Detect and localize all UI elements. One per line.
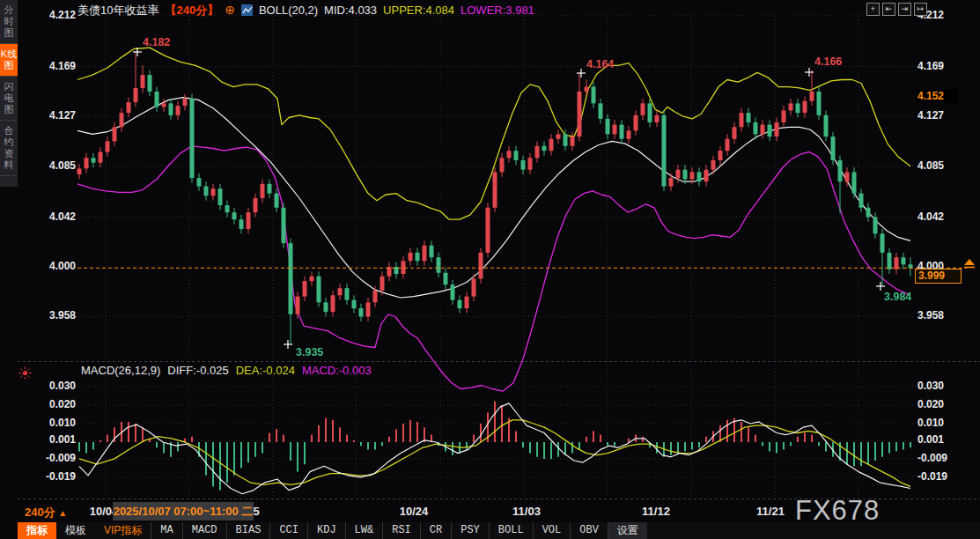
price-axis-label-left: 4.127 bbox=[44, 109, 76, 122]
toolbar-item-14[interactable]: OBV bbox=[570, 522, 608, 539]
candle-body bbox=[134, 88, 138, 102]
candle-body bbox=[683, 170, 688, 180]
candle-body bbox=[127, 102, 131, 113]
macd-axis-label-right: 0.010 bbox=[917, 417, 944, 429]
toolbar-item-2[interactable]: VIP指标 bbox=[95, 522, 151, 539]
candle-body bbox=[169, 103, 173, 114]
candle-body bbox=[254, 198, 258, 212]
candle-body bbox=[359, 308, 364, 316]
candle-body bbox=[810, 92, 814, 101]
toolbar-item-6[interactable]: CCI bbox=[269, 522, 307, 539]
candle-body bbox=[726, 139, 730, 151]
macd-axis-label-right: -0.009 bbox=[917, 452, 947, 464]
price-annotation: 3.984 bbox=[884, 291, 911, 303]
candle-body bbox=[817, 92, 822, 115]
candle-body bbox=[690, 172, 695, 179]
price-axis-label-left: 4.169 bbox=[44, 60, 76, 72]
compress-x-icon[interactable]: ⇤ bbox=[882, 3, 895, 16]
candle-body bbox=[881, 233, 885, 253]
go-latest-icon[interactable]: ↦ bbox=[914, 3, 927, 16]
candle-body bbox=[627, 130, 631, 138]
candle-body bbox=[148, 75, 152, 92]
candle-body bbox=[430, 246, 434, 257]
candle-body bbox=[852, 172, 857, 193]
toolbar-item-8[interactable]: LW& bbox=[345, 522, 383, 539]
candle-body bbox=[641, 103, 645, 114]
toolbar-item-4[interactable]: MACD bbox=[182, 522, 226, 539]
scroll-latest-arrow bbox=[964, 259, 975, 265]
toolbar-item-1[interactable]: 模板 bbox=[56, 522, 95, 539]
candle-body bbox=[831, 137, 836, 160]
sidebar-tab-1[interactable]: K线图 bbox=[0, 44, 18, 77]
candle-body bbox=[472, 278, 476, 296]
candle-body bbox=[458, 300, 462, 308]
candle-body bbox=[289, 243, 293, 314]
toolbar-item-15[interactable]: 设置 bbox=[608, 522, 647, 539]
toolbar-item-9[interactable]: RSI bbox=[382, 522, 420, 539]
candle-body bbox=[747, 113, 751, 122]
macd-axis-label-left: -0.019 bbox=[44, 470, 76, 483]
candle-body bbox=[564, 134, 568, 145]
candle-body bbox=[493, 172, 497, 207]
macd-hist-value: MACD:-0.003 bbox=[302, 364, 372, 377]
expand-x-icon[interactable]: ⇥ bbox=[898, 3, 911, 16]
candle-body bbox=[486, 208, 490, 253]
trading-app: 4.1824.1644.1663.9353.984 分时图K线图闪电图合约资料 … bbox=[0, 0, 980, 539]
candle-body bbox=[92, 158, 96, 162]
current-price-marker: 3.999 bbox=[915, 269, 962, 284]
sidebar-tab-2[interactable]: 闪电图 bbox=[0, 77, 18, 121]
chart-type-icon[interactable] bbox=[241, 4, 253, 18]
sidebar-tab-3[interactable]: 合约资料 bbox=[0, 121, 18, 176]
toolbar-item-7[interactable]: KDJ bbox=[307, 522, 345, 539]
toolbar-item-13[interactable]: VOL bbox=[533, 522, 571, 539]
candle-body bbox=[803, 101, 807, 113]
candle-body bbox=[775, 122, 779, 137]
candle-body bbox=[451, 284, 455, 299]
macd-axis-label-left: 0.020 bbox=[44, 398, 76, 410]
candle-body bbox=[225, 205, 230, 212]
boll-lower-value: LOWER:3.981 bbox=[461, 4, 534, 17]
candle-body bbox=[697, 172, 702, 181]
macd-axis-label-left: 0.001 bbox=[44, 433, 76, 446]
candle-body bbox=[718, 151, 723, 160]
sidebar-tab-0[interactable]: 分时图 bbox=[0, 0, 18, 44]
chart-canvas[interactable]: 4.1824.1644.1663.9353.984 bbox=[0, 0, 980, 539]
toolbar-item-11[interactable]: PSY bbox=[451, 522, 489, 539]
toolbar-item-12[interactable]: BOLL bbox=[489, 522, 533, 539]
pan-tool-icon[interactable]: + bbox=[866, 3, 880, 16]
candle-body bbox=[345, 288, 350, 299]
candle-body bbox=[613, 125, 617, 135]
period-selector[interactable]: 240分 ▲ bbox=[25, 505, 67, 521]
candle-body bbox=[120, 113, 124, 127]
candle-body bbox=[310, 277, 314, 281]
chart-header: 美债10年收益率【240分】⊕BOLL(20,2)MID:4.033UPPER:… bbox=[77, 3, 541, 18]
candle-body bbox=[479, 253, 483, 279]
indicator-alert-icon[interactable] bbox=[18, 366, 32, 380]
candle-body bbox=[902, 257, 906, 264]
toolbar-item-5[interactable]: BIAS bbox=[226, 522, 270, 539]
toolbar-item-0[interactable]: 指标 bbox=[18, 522, 56, 539]
candle-body bbox=[789, 103, 793, 110]
add-indicator-icon[interactable]: ⊕ bbox=[225, 3, 235, 17]
candle-body bbox=[275, 194, 279, 208]
macd-indicator-label: MACD(26,12,9) bbox=[81, 364, 160, 377]
candle-body bbox=[585, 87, 589, 92]
toolbar-item-3[interactable]: MA bbox=[151, 522, 181, 539]
candle-body bbox=[218, 188, 223, 205]
page-title: 美债10年收益率 bbox=[77, 4, 158, 17]
candle-body bbox=[366, 302, 371, 316]
candle-body bbox=[761, 125, 765, 135]
candle-body bbox=[768, 125, 772, 137]
price-axis-label-left: 4.212 bbox=[44, 9, 76, 21]
candle-body bbox=[317, 277, 321, 303]
candle-body bbox=[676, 170, 681, 178]
date-tick-label: 5 bbox=[253, 505, 259, 518]
candle-body bbox=[204, 187, 209, 196]
toolbar-item-10[interactable]: CR bbox=[420, 522, 451, 539]
macd-diff-value: DIFF:-0.025 bbox=[167, 364, 228, 377]
date-tick-label: 11/03 bbox=[512, 505, 541, 518]
date-tick-label: 10/24 bbox=[400, 505, 429, 518]
candle-body bbox=[155, 92, 159, 107]
candle-body bbox=[282, 208, 286, 243]
macd-axis-label-left: -0.009 bbox=[44, 452, 76, 464]
